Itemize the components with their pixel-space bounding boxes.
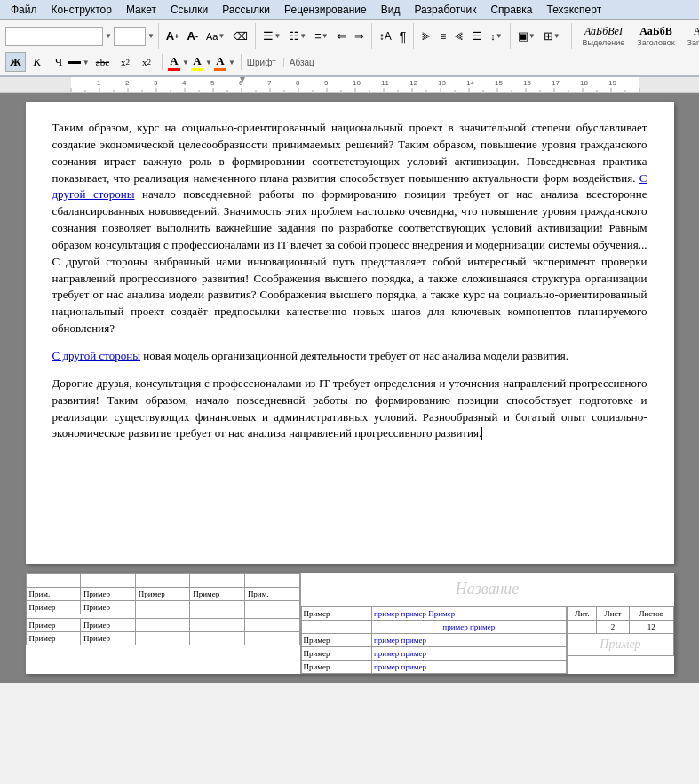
show-marks-button[interactable]: ¶ — [396, 28, 410, 45]
stamp-primer-r3: Пример пример пример — [301, 634, 566, 647]
stamp-col-primer3: Пример — [190, 588, 245, 601]
underline-button[interactable]: Ч — [49, 52, 68, 72]
font-name-dropdown-icon[interactable]: ▼ — [105, 32, 112, 40]
stamp-pr5c2: пример пример — [372, 661, 566, 674]
menu-techexpert[interactable]: Техэксперт — [539, 2, 608, 18]
style-heading1[interactable]: АаБбВ Заголовок — [633, 23, 678, 49]
menu-view[interactable]: Вид — [374, 2, 408, 18]
stamp-r4c3 — [135, 632, 190, 645]
stamp-r3c1: Пример — [26, 619, 81, 632]
style-heading2[interactable]: АаБб Заголов... — [684, 23, 699, 49]
stamp-right: Название Пример пример пример Пример — [301, 573, 674, 674]
decrease-indent-button[interactable]: ⇐ — [333, 28, 350, 45]
meta-lit-header: Лит. — [568, 607, 597, 621]
meta-sheet-header: Лист — [597, 607, 630, 621]
stamp-pr2c1 — [301, 621, 372, 634]
menu-layout[interactable]: Макет — [119, 2, 163, 18]
align-center-button[interactable]: ≡ — [436, 28, 449, 45]
align-right-button[interactable]: ⫷ — [450, 28, 468, 45]
document-page[interactable]: Таким образом, курс на социально-ориенти… — [26, 102, 674, 564]
shrink-font-button[interactable]: A- — [184, 28, 202, 45]
stamp-primer-r5: Пример пример пример — [301, 661, 566, 674]
clear-format-button[interactable]: ⌫ — [229, 28, 251, 45]
stamp-r4c5 — [244, 632, 299, 645]
line-spacing-button[interactable]: ↕▼ — [487, 28, 505, 45]
superscript-button[interactable]: x2 — [137, 52, 156, 72]
font-size-input[interactable]: 12 — [114, 27, 146, 46]
stamp-pr3c1: Пример — [301, 634, 372, 647]
separator2 — [241, 54, 242, 70]
highlight-dropdown-icon[interactable]: ▼ — [205, 59, 212, 67]
stamp-r1c3 — [135, 601, 190, 614]
font-bg-color-group[interactable]: А — [214, 54, 226, 71]
menu-mailings[interactable]: Рассылки — [215, 2, 277, 18]
font-bg-dropdown-icon[interactable]: ▼ — [228, 59, 235, 67]
link-2[interactable]: С другой стороны — [52, 349, 141, 362]
meta-sheet-val: 2 — [597, 621, 630, 634]
underline-color-indicator — [68, 61, 81, 64]
sort-button[interactable]: ↕A — [376, 28, 395, 45]
grow-font-button[interactable]: A+ — [163, 28, 183, 45]
style-normal[interactable]: АаБбВеI Выделение — [579, 23, 629, 49]
stamp-r4c1: Пример — [26, 632, 81, 645]
separator1 — [162, 54, 163, 70]
stamp-r3c5 — [244, 619, 299, 632]
paragraph-3-text: Дорогие друзья, консультация с профессио… — [52, 376, 647, 440]
paragraph-section-label: Абзац — [286, 58, 314, 67]
stamp-pr1c1: Пример — [301, 607, 372, 621]
font-name-input[interactable]: Times New Ron — [5, 27, 103, 46]
stamp-row-1: Пример Пример — [26, 601, 299, 614]
strikethrough-button[interactable]: abc — [91, 52, 114, 72]
font-color-group[interactable]: А — [168, 54, 180, 71]
align-left-button[interactable]: ⫸ — [417, 28, 435, 45]
font-section-label: Шрифт — [247, 58, 284, 67]
bullet-list-button[interactable]: ☰▼ — [259, 28, 284, 45]
subscript-button[interactable]: x2 — [115, 52, 135, 72]
stamp-meta-values: 2 12 — [568, 621, 673, 634]
stamp-col-prm: Прим. — [26, 588, 81, 601]
font-size-dropdown-icon[interactable]: ▼ — [147, 32, 155, 40]
stamp-meta-sample: Пример — [568, 634, 673, 656]
stamp-primer-r4: Пример пример пример — [301, 647, 566, 661]
shading-button[interactable]: ▣▼ — [514, 28, 539, 45]
menu-file[interactable]: Файл — [4, 2, 44, 18]
stamp-r1c5 — [244, 601, 299, 614]
stamp-pr2c2: пример пример — [372, 621, 566, 634]
menu-links[interactable]: Ссылки — [163, 2, 215, 18]
borders-button[interactable]: ⊞▼ — [540, 28, 564, 45]
stamp-pr3c2: пример пример — [372, 634, 566, 647]
paragraph-1: Таким образом, курс на социально-ориенти… — [52, 120, 647, 337]
stamp-r3c3 — [135, 619, 190, 632]
stamp-col-primer2: Пример — [135, 588, 190, 601]
italic-button[interactable]: К — [28, 52, 47, 72]
menu-review[interactable]: Рецензирование — [277, 2, 374, 18]
justify-button[interactable]: ☰ — [469, 28, 486, 45]
stamp-primer-section: Пример пример пример Пример пример приме… — [301, 606, 568, 674]
menu-bar: Файл Конструктор Макет Ссылки Рассылки Р… — [0, 0, 699, 20]
highlight-color-group[interactable]: А — [191, 54, 203, 71]
stamp-r1c4 — [190, 601, 245, 614]
paragraph-1-text: Таким образом, курс на социально-ориенти… — [52, 121, 647, 185]
menu-help[interactable]: Справка — [483, 2, 539, 18]
menu-constructor[interactable]: Конструктор — [44, 2, 119, 18]
ruler[interactable] — [0, 77, 699, 93]
stamp-row-4: Пример Пример — [26, 632, 299, 645]
increase-indent-button[interactable]: ⇒ — [351, 28, 368, 45]
menu-developer[interactable]: Разработчик — [407, 2, 483, 18]
paragraph-2: С другой стороны новая модель организаци… — [52, 348, 647, 365]
bold-button[interactable]: Ж — [5, 52, 26, 72]
font-color-dropdown-icon[interactable]: ▼ — [182, 59, 189, 67]
paragraph-1-cont: начало повседневной работы по формирован… — [52, 187, 647, 335]
meta-sheets-header: Листов — [629, 607, 673, 621]
stamp-row-header: Прим. Пример Пример Пример Прим. — [26, 588, 299, 601]
multilevel-list-button[interactable]: ≡▼ — [311, 28, 332, 45]
meta-lit-val — [568, 621, 597, 634]
dropdown-underline[interactable]: ▼ — [83, 59, 90, 67]
change-case-button[interactable]: Аа▼ — [203, 28, 229, 45]
stamp-meta-header: Лит. Лист Листов — [568, 607, 673, 621]
numbered-list-button[interactable]: ☷▼ — [285, 28, 310, 45]
stamp-r1c2: Пример — [81, 601, 136, 614]
document-area: Таким образом, курс на социально-ориенти… — [0, 93, 699, 683]
stamp-col-prm2: Прим. — [244, 588, 299, 601]
title-block: Прим. Пример Пример Пример Прим. Пример … — [26, 573, 674, 674]
